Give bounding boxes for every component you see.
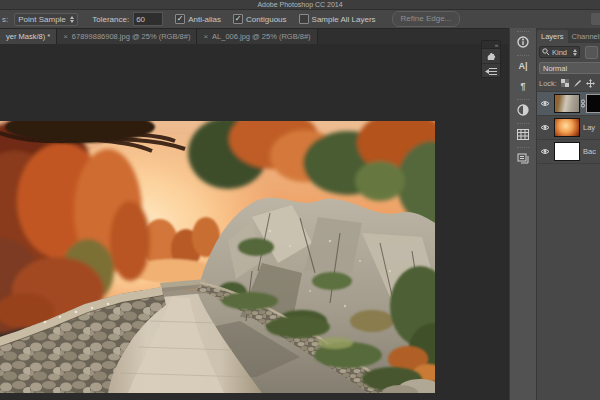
- refine-edge-button[interactable]: Refine Edge...: [392, 11, 461, 27]
- layers-panel: Layers Channels Kind Normal Lock:: [537, 28, 600, 400]
- layer-filter-row: Kind: [537, 43, 600, 60]
- layer-thumbnail[interactable]: [554, 118, 580, 137]
- visibility-eye-icon[interactable]: [537, 148, 552, 155]
- layer-name: Bac: [583, 147, 596, 156]
- document-tab-active[interactable]: yer Mask/8) *: [0, 29, 57, 44]
- layer-mask-thumbnail[interactable]: [586, 94, 600, 113]
- mask-link-icon[interactable]: [580, 99, 585, 108]
- document-tab-2[interactable]: × 67899886908.jpg @ 25% (RGB/8#): [57, 29, 197, 44]
- anti-alias-label: Anti-alias: [188, 15, 221, 24]
- tab-close-icon[interactable]: ×: [203, 32, 208, 41]
- layer-list: Lay Bac: [537, 91, 600, 164]
- collapse-chevrons-icon[interactable]: »: [495, 42, 498, 48]
- floating-mini-panel: »: [481, 40, 501, 78]
- floating-panel-header[interactable]: »: [482, 41, 500, 49]
- lock-row: Lock:: [537, 75, 600, 91]
- window-title: Adobe Photoshop CC 2014: [257, 1, 342, 8]
- sample-all-layers-checkbox[interactable]: Sample All Layers: [299, 14, 376, 24]
- blend-mode-value: Normal: [543, 64, 567, 73]
- character-panel-icon[interactable]: A|: [510, 56, 536, 76]
- photoshop-window: Adobe Photoshop CC 2014 s: Point Sample …: [0, 0, 600, 400]
- options-bar-cut-control[interactable]: [591, 13, 600, 25]
- layer-name: Lay: [583, 123, 595, 132]
- layer-thumbnail[interactable]: [554, 94, 580, 113]
- contiguous-label: Contiguous: [246, 15, 286, 24]
- tolerance-input[interactable]: [133, 12, 163, 26]
- lock-transparency-icon[interactable]: [561, 79, 569, 87]
- filter-type-button[interactable]: [585, 46, 598, 59]
- arrow-lines-icon[interactable]: [482, 64, 500, 79]
- document-tab-label: yer Mask/8) *: [6, 32, 50, 41]
- sample-size-value: Point Sample: [18, 15, 66, 24]
- document-canvas[interactable]: [0, 121, 435, 393]
- tab-channels[interactable]: Channels: [568, 30, 600, 43]
- layer-comps-panel-icon[interactable]: [510, 148, 536, 168]
- tab-close-icon[interactable]: ×: [63, 32, 68, 41]
- panel-tabbar: Layers Channels: [537, 28, 600, 43]
- info-panel-icon[interactable]: [510, 32, 536, 52]
- layer-row-masked[interactable]: [537, 92, 600, 116]
- sample-all-layers-label: Sample All Layers: [312, 15, 376, 24]
- layer-filter-dropdown[interactable]: Kind: [539, 46, 580, 58]
- options-label-fragment: s:: [2, 15, 8, 24]
- document-tab-3[interactable]: × AL_006.jpg @ 25% (RGB/8#): [197, 29, 317, 44]
- lock-position-icon[interactable]: [586, 79, 595, 88]
- layer-filter-value: Kind: [552, 48, 567, 57]
- anti-alias-checkbox[interactable]: ✓ Anti-alias: [175, 14, 221, 24]
- tolerance-label: Tolerance:: [92, 15, 129, 24]
- tab-layers[interactable]: Layers: [537, 30, 568, 43]
- checkbox-check-icon: ✓: [175, 14, 185, 24]
- layer-row-background[interactable]: Bac: [537, 140, 600, 164]
- dropdown-spinner-icon: [573, 49, 577, 56]
- document-tab-label: AL_006.jpg @ 25% (RGB/8#): [212, 32, 311, 41]
- grid-panel-icon[interactable]: [510, 124, 536, 144]
- visibility-eye-icon[interactable]: [537, 100, 552, 107]
- checkbox-check-icon: ✓: [233, 14, 243, 24]
- dropdown-spinner-icon: [70, 16, 74, 23]
- checkbox-empty-icon: [299, 14, 309, 24]
- blend-mode-dropdown[interactable]: Normal: [539, 62, 600, 74]
- layer-thumbnail[interactable]: [554, 142, 580, 161]
- layer-row-2[interactable]: Lay: [537, 116, 600, 140]
- magnifier-icon: [542, 48, 550, 56]
- sample-size-dropdown[interactable]: Point Sample: [14, 13, 78, 26]
- paragraph-panel-icon[interactable]: ¶: [510, 76, 536, 96]
- tool-options-bar: s: Point Sample Tolerance: ✓ Anti-alias …: [0, 10, 600, 29]
- canvas-photo[interactable]: [0, 121, 435, 393]
- contiguous-checkbox[interactable]: ✓ Contiguous: [233, 14, 286, 24]
- lock-paint-icon[interactable]: [573, 79, 582, 88]
- document-tab-label: 67899886908.jpg @ 25% (RGB/8#): [72, 32, 191, 41]
- window-titlebar: Adobe Photoshop CC 2014: [0, 0, 600, 10]
- fist-icon[interactable]: [482, 49, 500, 64]
- blend-mode-row: Normal: [537, 60, 600, 75]
- lock-label: Lock:: [539, 79, 557, 88]
- document-tabbar: yer Mask/8) * × 67899886908.jpg @ 25% (R…: [0, 29, 509, 44]
- visibility-eye-icon[interactable]: [537, 124, 552, 131]
- adjustments-panel-icon[interactable]: [510, 100, 536, 120]
- panel-dock-strip: A| ¶: [509, 28, 537, 400]
